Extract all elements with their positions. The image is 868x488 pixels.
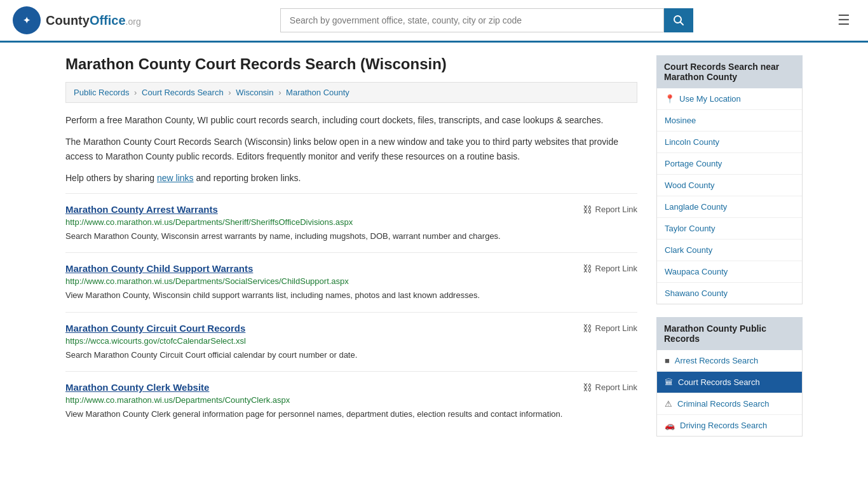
record-desc-3: View Marathon County Clerk general infor… bbox=[65, 408, 637, 421]
svg-line-3 bbox=[680, 22, 683, 25]
pub-rec-label-3[interactable]: Driving Records Search bbox=[680, 421, 767, 430]
record-url-3: http://www.co.marathon.wi.us/Departments… bbox=[65, 395, 637, 405]
nearby-link-label-3[interactable]: Portage County bbox=[665, 159, 722, 168]
header-right: ☰ bbox=[832, 10, 855, 31]
nearby-link-label-2[interactable]: Lincoln County bbox=[665, 137, 719, 147]
logo-office: Office bbox=[90, 13, 126, 27]
nearby-title: Court Records Search near Marathon Count… bbox=[656, 55, 803, 88]
logo-icon: ✦ bbox=[13, 6, 41, 34]
nearby-link-4[interactable]: Wood County bbox=[657, 175, 802, 196]
main-container: Marathon County Court Records Search (Wi… bbox=[53, 43, 815, 462]
nearby-link-label-5[interactable]: Langlade County bbox=[665, 202, 727, 212]
pub-rec-link-0[interactable]: ■ Arrest Records Search bbox=[657, 350, 802, 372]
new-links-link[interactable]: new links bbox=[157, 173, 194, 183]
record-title-3[interactable]: Marathon County Clerk Website bbox=[65, 382, 209, 393]
nearby-link-label-6[interactable]: Taylor County bbox=[665, 224, 715, 233]
svg-text:✦: ✦ bbox=[23, 15, 31, 25]
pub-rec-icon-1: 🏛 bbox=[665, 377, 673, 387]
public-records-title: Marathon County Public Records bbox=[656, 317, 803, 350]
record-desc-1: View Marathon County, Wisconsin child su… bbox=[65, 289, 637, 302]
nearby-section: Court Records Search near Marathon Count… bbox=[656, 55, 803, 304]
record-header: Marathon County Circuit Court Records ⛓ … bbox=[65, 323, 637, 334]
nearby-link-6[interactable]: Taylor County bbox=[657, 218, 802, 240]
pub-rec-label-2[interactable]: Criminal Records Search bbox=[677, 399, 770, 409]
report-icon-3: ⛓ bbox=[583, 382, 592, 393]
pub-rec-label-0[interactable]: Arrest Records Search bbox=[675, 356, 759, 365]
record-header: Marathon County Arrest Warrants ⛓ Report… bbox=[65, 204, 637, 215]
report-link-0[interactable]: ⛓ Report Link bbox=[583, 204, 637, 215]
breadcrumb-sep-2: › bbox=[228, 88, 231, 97]
record-item: Marathon County Arrest Warrants ⛓ Report… bbox=[65, 193, 637, 253]
breadcrumb-sep-1: › bbox=[134, 88, 137, 97]
report-icon-1: ⛓ bbox=[583, 263, 592, 274]
record-header: Marathon County Child Support Warrants ⛓… bbox=[65, 263, 637, 274]
nearby-link-3[interactable]: Portage County bbox=[657, 153, 802, 175]
report-label-2: Report Link bbox=[595, 323, 637, 333]
location-icon: 📍 bbox=[665, 94, 675, 104]
report-link-1[interactable]: ⛓ Report Link bbox=[583, 263, 637, 274]
logo-area: ✦ CountyOffice.org bbox=[13, 6, 141, 34]
nearby-link-5[interactable]: Langlade County bbox=[657, 196, 802, 218]
nearby-link-label-4[interactable]: Wood County bbox=[665, 180, 715, 190]
nearby-link-label-0[interactable]: Use My Location bbox=[679, 94, 741, 104]
record-url-2: https://wcca.wicourts.gov/ctofcCalendarS… bbox=[65, 336, 637, 346]
logo-tld: .org bbox=[126, 17, 141, 27]
breadcrumb-court-records[interactable]: Court Records Search bbox=[142, 88, 224, 97]
breadcrumb-wisconsin[interactable]: Wisconsin bbox=[236, 88, 273, 97]
nearby-link-8[interactable]: Waupaca County bbox=[657, 261, 802, 283]
report-label-1: Report Link bbox=[595, 264, 637, 273]
nearby-link-7[interactable]: Clark County bbox=[657, 240, 802, 261]
search-area bbox=[280, 8, 693, 32]
report-link-2[interactable]: ⛓ Report Link bbox=[583, 323, 637, 334]
search-input[interactable] bbox=[280, 8, 664, 32]
menu-button[interactable]: ☰ bbox=[832, 10, 855, 31]
report-label-3: Report Link bbox=[595, 383, 637, 392]
records-list: Marathon County Arrest Warrants ⛓ Report… bbox=[65, 193, 637, 431]
logo-text: CountyOffice.org bbox=[46, 13, 141, 28]
pub-rec-link-2[interactable]: ⚠ Criminal Records Search bbox=[657, 393, 802, 415]
nearby-link-0[interactable]: 📍Use My Location bbox=[657, 88, 802, 110]
record-title-2[interactable]: Marathon County Circuit Court Records bbox=[65, 323, 245, 334]
nearby-link-9[interactable]: Shawano County bbox=[657, 283, 802, 304]
record-title-1[interactable]: Marathon County Child Support Warrants bbox=[65, 263, 253, 274]
search-button[interactable] bbox=[664, 8, 693, 32]
record-title-0[interactable]: Marathon County Arrest Warrants bbox=[65, 204, 218, 215]
nearby-link-1[interactable]: Mosinee bbox=[657, 110, 802, 132]
report-label-0: Report Link bbox=[595, 205, 637, 214]
record-url-1: http://www.co.marathon.wi.us/Departments… bbox=[65, 276, 637, 286]
sidebar: Court Records Search near Marathon Count… bbox=[656, 55, 803, 449]
report-link-3[interactable]: ⛓ Report Link bbox=[583, 382, 637, 393]
intro-paragraph-3: Help others by sharing new links and rep… bbox=[65, 171, 637, 185]
nearby-link-label-8[interactable]: Waupaca County bbox=[665, 267, 728, 276]
breadcrumb-public-records[interactable]: Public Records bbox=[74, 88, 129, 97]
report-icon-2: ⛓ bbox=[583, 323, 592, 334]
nearby-link-2[interactable]: Lincoln County bbox=[657, 132, 802, 153]
public-records-links: ■ Arrest Records Search 🏛 Court Records … bbox=[656, 350, 803, 437]
pub-rec-label-1[interactable]: Court Records Search bbox=[678, 377, 760, 387]
report-icon-0: ⛓ bbox=[583, 204, 592, 215]
record-desc-2: Search Marathon County Circuit Court off… bbox=[65, 349, 637, 362]
record-header: Marathon County Clerk Website ⛓ Report L… bbox=[65, 382, 637, 393]
content-area: Marathon County Court Records Search (Wi… bbox=[65, 55, 637, 449]
record-url-0: http://www.co.marathon.wi.us/Departments… bbox=[65, 217, 637, 227]
public-records-section: Marathon County Public Records ■ Arrest … bbox=[656, 317, 803, 437]
breadcrumb-marathon-county[interactable]: Marathon County bbox=[286, 88, 349, 97]
page-title: Marathon County Court Records Search (Wi… bbox=[65, 55, 637, 73]
record-item: Marathon County Clerk Website ⛓ Report L… bbox=[65, 371, 637, 431]
nearby-link-label-9[interactable]: Shawano County bbox=[665, 288, 728, 298]
pub-rec-link-1[interactable]: 🏛 Court Records Search bbox=[657, 372, 802, 393]
header: ✦ CountyOffice.org ☰ bbox=[0, 0, 868, 43]
intro-paragraph-2: The Marathon County Court Records Search… bbox=[65, 135, 637, 163]
pub-rec-link-3[interactable]: 🚗 Driving Records Search bbox=[657, 415, 802, 436]
pub-rec-icon-0: ■ bbox=[665, 356, 670, 365]
nearby-link-label-1[interactable]: Mosinee bbox=[665, 116, 696, 125]
pub-rec-icon-2: ⚠ bbox=[665, 399, 672, 409]
record-desc-0: Search Marathon County, Wisconsin arrest… bbox=[65, 230, 637, 243]
pub-rec-icon-3: 🚗 bbox=[665, 421, 675, 430]
intro-paragraph-1: Perform a free Marathon County, WI publi… bbox=[65, 113, 637, 127]
nearby-links: 📍Use My LocationMosineeLincoln CountyPor… bbox=[656, 88, 803, 304]
record-item: Marathon County Child Support Warrants ⛓… bbox=[65, 252, 637, 312]
breadcrumb: Public Records › Court Records Search › … bbox=[65, 82, 637, 103]
nearby-link-label-7[interactable]: Clark County bbox=[665, 245, 712, 255]
record-item: Marathon County Circuit Court Records ⛓ … bbox=[65, 312, 637, 372]
